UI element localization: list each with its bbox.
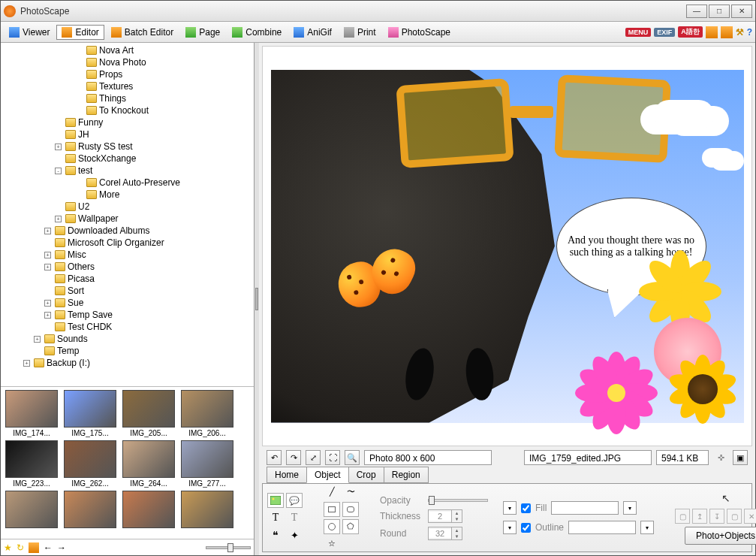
tree-item[interactable]: +Misc bbox=[1, 249, 254, 261]
thumbnail[interactable] bbox=[121, 491, 176, 530]
thumbnail[interactable]: IMG_223... bbox=[4, 440, 59, 488]
symbol-tool[interactable]: ✦ bbox=[286, 527, 303, 542]
pointer-tool[interactable]: ↖ bbox=[718, 491, 733, 506]
tree-item[interactable]: Textures bbox=[1, 80, 254, 92]
fill-color[interactable] bbox=[551, 501, 619, 515]
redo-button[interactable]: ↷ bbox=[286, 450, 301, 465]
tree-item[interactable]: Nova Art bbox=[1, 44, 254, 56]
layer-icon-4[interactable]: ▢ bbox=[727, 509, 742, 524]
expand-icon[interactable]: + bbox=[44, 228, 51, 234]
round-spinner[interactable]: ▲▼ bbox=[428, 527, 462, 540]
tab-print[interactable]: Print bbox=[339, 25, 381, 40]
tree-item[interactable]: +Downloaded Albums bbox=[1, 225, 254, 237]
quote-tool[interactable]: ❝ bbox=[267, 527, 284, 542]
tree-item[interactable]: Corel Auto-Preserve bbox=[1, 177, 254, 189]
tree-item[interactable]: Microsoft Clip Organizer bbox=[1, 237, 254, 249]
tree-item[interactable]: U2 bbox=[1, 201, 254, 213]
expand-icon[interactable]: - bbox=[55, 168, 62, 174]
crosshair-icon[interactable]: ✜ bbox=[713, 450, 728, 465]
expand-icon[interactable]: + bbox=[44, 300, 51, 307]
thumbnail[interactable]: IMG_205... bbox=[121, 390, 176, 437]
outline-checkbox[interactable] bbox=[521, 523, 531, 533]
thumbnail[interactable]: IMG_277... bbox=[179, 440, 235, 488]
tab-home[interactable]: Home bbox=[267, 467, 307, 483]
thumbnail[interactable] bbox=[4, 491, 59, 530]
image-tool[interactable] bbox=[267, 493, 284, 508]
rect-tool[interactable] bbox=[324, 502, 340, 517]
tree-item[interactable]: +Rusty SS test bbox=[1, 141, 254, 153]
delete-object-icon[interactable]: ✕ bbox=[744, 509, 756, 524]
tree-item[interactable]: Nova Photo bbox=[1, 56, 254, 68]
tree-item[interactable]: Props bbox=[1, 68, 254, 80]
tab-anigif[interactable]: AniGif bbox=[288, 25, 337, 40]
tree-item[interactable]: +Wallpaper bbox=[1, 213, 254, 225]
tree-item[interactable]: JH bbox=[1, 128, 254, 141]
tree-item[interactable]: Temp bbox=[1, 345, 254, 357]
next-icon[interactable]: → bbox=[57, 542, 66, 553]
speech-bubble-tool[interactable]: 💬 bbox=[286, 493, 303, 508]
thumbnail[interactable]: IMG_264... bbox=[121, 440, 176, 488]
send-back-icon[interactable]: ↧ bbox=[709, 509, 724, 524]
tree-item[interactable]: -test bbox=[1, 165, 254, 177]
menu-badge[interactable]: MENU bbox=[625, 28, 652, 37]
tab-region[interactable]: Region bbox=[384, 467, 429, 483]
fill-color-dropdown[interactable]: ▾ bbox=[623, 501, 637, 515]
outline-color[interactable] bbox=[568, 521, 636, 534]
star-icon[interactable]: ★ bbox=[4, 542, 12, 553]
tab-page[interactable]: Page bbox=[180, 25, 225, 40]
minimize-button[interactable]: — bbox=[686, 5, 707, 18]
tree-item[interactable]: Picasa bbox=[1, 273, 254, 285]
tree-item[interactable]: +Sounds bbox=[1, 333, 254, 345]
thumbnail[interactable]: IMG_262... bbox=[62, 440, 118, 488]
image-canvas[interactable]: And you thought there was no such thing … bbox=[262, 46, 752, 446]
open-external-button[interactable]: ▣ bbox=[733, 450, 748, 465]
tree-item[interactable]: +Backup (I:) bbox=[1, 357, 254, 369]
freehand-tool[interactable]: 〜 bbox=[342, 485, 359, 500]
tree-item[interactable]: +Sue bbox=[1, 297, 254, 309]
bring-front-icon[interactable]: ↥ bbox=[692, 509, 707, 524]
opacity-slider[interactable] bbox=[428, 499, 488, 502]
outline-color-dropdown[interactable]: ▾ bbox=[640, 521, 654, 534]
thumbnail[interactable]: IMG_174... bbox=[4, 390, 59, 437]
tree-item[interactable]: Test CHDK bbox=[1, 321, 254, 333]
zoom-button[interactable]: 🔍 bbox=[345, 450, 360, 465]
tab-crop[interactable]: Crop bbox=[348, 467, 384, 483]
prev-icon[interactable]: ← bbox=[44, 542, 53, 553]
fill-style-dropdown[interactable]: ▾ bbox=[503, 501, 517, 515]
maximize-button[interactable]: □ bbox=[709, 5, 730, 18]
thickness-spinner[interactable]: ▲▼ bbox=[428, 509, 462, 523]
tab-batch-editor[interactable]: Batch Editor bbox=[106, 25, 179, 40]
thumbnail[interactable] bbox=[179, 491, 235, 530]
expand-icon[interactable]: + bbox=[34, 336, 41, 343]
expand-icon[interactable]: + bbox=[44, 264, 51, 270]
expand-icon[interactable]: + bbox=[44, 312, 51, 319]
expand-icon[interactable]: + bbox=[23, 360, 30, 367]
toolbar-icon-2[interactable] bbox=[721, 26, 733, 38]
photo-objects-button[interactable]: Photo+Objects bbox=[685, 527, 756, 545]
tab-photoscape[interactable]: PhotoScape bbox=[383, 25, 456, 40]
layer-icon-1[interactable]: ▢ bbox=[675, 509, 690, 524]
close-button[interactable]: ✕ bbox=[731, 5, 752, 18]
text-tool[interactable]: T bbox=[267, 510, 284, 525]
undo-button[interactable]: ↶ bbox=[267, 450, 282, 465]
tree-item[interactable]: To Knockout bbox=[1, 104, 254, 116]
actual-size-button[interactable]: ⛶ bbox=[325, 450, 340, 465]
refresh-icon[interactable]: ↻ bbox=[17, 542, 24, 553]
star-tool[interactable]: ☆ bbox=[324, 536, 340, 551]
tab-object[interactable]: Object bbox=[306, 467, 349, 483]
round-input[interactable] bbox=[429, 529, 451, 538]
rich-text-tool[interactable]: T bbox=[286, 510, 303, 525]
tree-item[interactable]: More bbox=[1, 189, 254, 201]
tree-item[interactable]: Sort bbox=[1, 285, 254, 297]
help-icon[interactable]: ? bbox=[747, 27, 752, 38]
tree-item[interactable]: StockXchange bbox=[1, 153, 254, 165]
circle-tool[interactable] bbox=[324, 519, 340, 534]
outline-style-dropdown[interactable]: ▾ bbox=[503, 521, 517, 534]
tree-item[interactable]: +Temp Save bbox=[1, 309, 254, 321]
settings-icon[interactable]: ⚒ bbox=[736, 27, 744, 38]
fit-button[interactable]: ⤢ bbox=[306, 450, 321, 465]
expand-icon[interactable]: + bbox=[55, 144, 62, 150]
folder-icon[interactable] bbox=[29, 542, 39, 553]
tree-item[interactable]: +Others bbox=[1, 261, 254, 273]
thumbnail[interactable]: IMG_175... bbox=[62, 390, 118, 437]
